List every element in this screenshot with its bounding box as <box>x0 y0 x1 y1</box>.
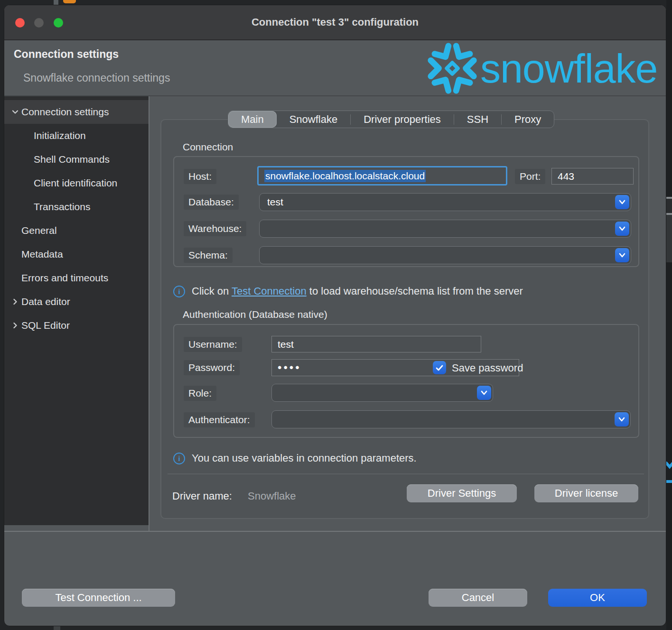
host-label: Host: <box>184 169 216 184</box>
minimize-window-button[interactable] <box>34 18 44 28</box>
driver-name-label: Driver name: <box>172 490 232 502</box>
titlebar[interactable]: Connection "test 3" configuration <box>4 5 666 40</box>
host-input[interactable]: snowflake.localhost.localstack.cloud <box>257 166 507 185</box>
page-title: Connection settings <box>14 48 119 61</box>
port-label: Port: <box>515 169 545 184</box>
authenticator-label: Authenticator: <box>184 412 255 427</box>
dialog-header: Connection settings Snowflake connection… <box>4 40 666 96</box>
role-combo[interactable] <box>271 384 493 402</box>
sidebar-item-sql-editor[interactable]: SQL Editor <box>4 314 149 337</box>
tab-bar: Main Snowflake Driver properties SSH Pro… <box>228 111 554 128</box>
auth-group-label: Authentication (Database native) <box>183 309 327 320</box>
tab-proxy[interactable]: Proxy <box>502 111 554 128</box>
zoom-window-button[interactable] <box>54 18 63 28</box>
warehouse-combo[interactable] <box>259 220 631 238</box>
save-password-label: Save password <box>452 362 523 374</box>
sidebar-item-label: General <box>21 225 57 236</box>
role-combo-button[interactable] <box>477 386 491 400</box>
main-tab-panel: Connection Host: snowflake.localhost.loc… <box>160 119 649 519</box>
chevron-down-icon[interactable] <box>10 107 20 117</box>
test-connection-button[interactable]: Test Connection ... <box>22 589 175 607</box>
tab-main[interactable]: Main <box>228 111 277 128</box>
sidebar-item-initialization[interactable]: Initialization <box>4 124 149 148</box>
check-icon <box>436 365 443 371</box>
driver-divider <box>168 473 644 474</box>
authentication-group: Username: test Password: •••• Save passw… <box>173 324 639 438</box>
snowflake-logo-icon <box>424 40 480 96</box>
sidebar-item-label: Connection settings <box>21 106 109 118</box>
tab-label: SSH <box>467 113 488 126</box>
tab-label: Snowflake <box>289 113 338 126</box>
sidebar-item-transactions[interactable]: Transactions <box>4 195 149 219</box>
snowflake-logo: snowflake <box>424 40 657 96</box>
chevron-right-icon[interactable] <box>10 321 20 330</box>
password-masked-value: •••• <box>278 361 301 374</box>
username-label: Username: <box>184 337 242 352</box>
variables-hint-text: You can use variables in connection para… <box>192 452 417 464</box>
driver-name-value: Snowflake <box>248 490 296 502</box>
settings-tree: Connection settings Initialization Shell… <box>4 96 149 525</box>
host-value: snowflake.localhost.localstack.cloud <box>264 170 426 182</box>
schema-combo-button[interactable] <box>615 248 629 262</box>
chevron-down-icon <box>619 226 625 231</box>
page-subtitle: Snowflake connection settings <box>23 72 170 84</box>
connection-group-label: Connection <box>183 141 233 153</box>
cancel-button[interactable]: Cancel <box>429 589 527 607</box>
database-label: Database: <box>184 195 239 210</box>
database-combo-button[interactable] <box>615 195 629 209</box>
username-value: test <box>278 339 294 350</box>
sidebar-item-label: SQL Editor <box>21 320 70 331</box>
sidebar-item-connection-settings[interactable]: Connection settings <box>4 100 149 124</box>
hint-text: Click on Test Connection to load warehou… <box>192 285 523 297</box>
sidebar-item-label: Client identification <box>34 177 117 189</box>
chevron-down-icon <box>619 253 625 258</box>
main-content: Main Snowflake Driver properties SSH Pro… <box>149 96 666 531</box>
port-value: 443 <box>558 171 574 182</box>
tab-driver-properties[interactable]: Driver properties <box>351 111 454 128</box>
warehouse-combo-button[interactable] <box>615 222 629 236</box>
hint-prefix: Click on <box>192 285 232 297</box>
password-label: Password: <box>184 360 240 375</box>
port-input[interactable]: 443 <box>551 168 634 185</box>
sidebar-item-metadata[interactable]: Metadata <box>4 242 149 266</box>
save-password-checkbox[interactable] <box>433 361 446 374</box>
sidebar-item-label: Metadata <box>21 249 63 260</box>
sidebar-item-errors-and-timeouts[interactable]: Errors and timeouts <box>4 266 149 290</box>
test-connection-hint: i Click on Test Connection to load wareh… <box>173 285 523 297</box>
connection-config-dialog: Connection "test 3" configuration Connec… <box>4 5 666 626</box>
test-connection-link[interactable]: Test Connection <box>232 285 307 297</box>
driver-license-button[interactable]: Driver license <box>534 484 638 502</box>
info-icon: i <box>173 453 185 464</box>
right-strip-snowflake-fragment-icon <box>665 461 672 484</box>
tab-snowflake[interactable]: Snowflake <box>277 111 351 128</box>
sidebar-item-label: Data editor <box>21 296 70 307</box>
close-window-button[interactable] <box>15 18 25 28</box>
database-combo[interactable]: test <box>259 193 631 211</box>
chevron-right-icon[interactable] <box>10 297 20 306</box>
chevron-down-icon <box>481 390 487 395</box>
tab-label: Proxy <box>514 113 541 126</box>
tab-ssh[interactable]: SSH <box>454 111 501 128</box>
background-bar <box>54 0 58 5</box>
username-input[interactable]: test <box>271 336 481 352</box>
snowflake-logo-wordmark: snowflake <box>480 40 657 96</box>
authenticator-combo-button[interactable] <box>615 412 629 426</box>
driver-settings-button[interactable]: Driver Settings <box>407 484 517 502</box>
background-dock-blob <box>54 626 60 630</box>
connection-group: Host: snowflake.localhost.localstack.clo… <box>173 156 639 267</box>
sidebar-item-label: Shell Commands <box>34 154 110 165</box>
role-label: Role: <box>184 386 216 401</box>
authenticator-combo[interactable] <box>271 410 631 428</box>
sidebar-item-data-editor[interactable]: Data editor <box>4 290 149 314</box>
right-strip-block <box>666 215 672 262</box>
sidebar-item-client-identification[interactable]: Client identification <box>4 171 149 195</box>
schema-combo[interactable] <box>259 246 631 264</box>
background-right-strip <box>666 0 672 630</box>
sidebar-item-shell-commands[interactable]: Shell Commands <box>4 148 149 171</box>
sidebar-item-label: Initialization <box>34 130 86 141</box>
sidebar-item-general[interactable]: General <box>4 219 149 242</box>
info-icon: i <box>173 286 185 297</box>
hint-suffix: to load warehouse/schema list from the s… <box>307 285 523 297</box>
ok-button[interactable]: OK <box>548 589 647 607</box>
database-value: test <box>267 196 283 208</box>
